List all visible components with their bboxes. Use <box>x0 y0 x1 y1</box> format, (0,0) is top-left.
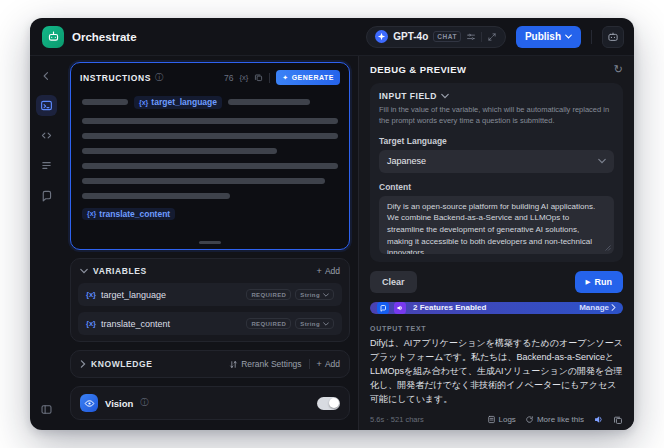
orchestrate-panel: INSTRUCTIONS ⓘ 76 {x} ✦ GENERATE <box>62 56 358 430</box>
content-label: Content <box>379 182 614 192</box>
model-params-icon[interactable] <box>466 32 476 42</box>
prompt-text-skeleton <box>82 118 338 124</box>
chevron-down-icon <box>598 158 606 164</box>
insert-variable-icon[interactable]: {x} <box>239 73 248 82</box>
plus-icon: + <box>317 360 322 369</box>
knowledge-section: KNOWLEDGE Rerank Settings + Add <box>70 350 350 378</box>
knowledge-collapse[interactable]: KNOWLEDGE <box>80 359 153 369</box>
copy-output-icon[interactable] <box>613 415 623 425</box>
variable-row-translate-content[interactable]: {x} translate_content REQUIRED String <box>78 312 342 335</box>
nav-annotations[interactable] <box>36 185 57 206</box>
rerank-settings-button[interactable]: Rerank Settings <box>229 359 301 369</box>
target-language-label: Target Language <box>379 136 614 146</box>
left-rail <box>30 56 62 430</box>
char-count: 76 <box>224 73 233 83</box>
manage-features-link[interactable]: Manage <box>579 303 616 312</box>
model-expand-icon[interactable] <box>487 32 497 42</box>
variable-name: translate_content <box>101 319 170 329</box>
type-badge[interactable]: String <box>295 318 334 329</box>
prompt-body[interactable]: {x} target_language {x} transla <box>71 90 349 241</box>
prompt-text-skeleton <box>228 99 310 105</box>
resize-handle-icon[interactable] <box>605 245 611 251</box>
nav-api-access[interactable] <box>36 125 57 146</box>
input-field-title: INPUT FIELD <box>379 91 437 101</box>
actions-divider <box>309 359 310 369</box>
tts-feature-icon <box>394 302 406 314</box>
more-like-this-icon <box>525 415 534 424</box>
variable-icon: {x} <box>86 319 96 328</box>
type-badge[interactable]: String <box>295 289 334 300</box>
knowledge-title: KNOWLEDGE <box>91 359 153 369</box>
instructions-title: INSTRUCTIONS <box>80 73 151 83</box>
header-divider <box>591 30 592 44</box>
speaker-icon[interactable] <box>593 414 604 425</box>
chevron-down-icon <box>80 268 88 274</box>
vision-icon <box>80 394 98 412</box>
run-button[interactable]: ▶ Run <box>575 271 624 293</box>
prompt-text-skeleton <box>82 133 338 139</box>
add-knowledge-button[interactable]: + Add <box>317 359 340 369</box>
app-window: Orchestrate GPT-4o CHAT <box>30 18 634 430</box>
instructions-editor[interactable]: INSTRUCTIONS ⓘ 76 {x} ✦ GENERATE <box>70 62 350 250</box>
variable-name: target_language <box>101 290 166 300</box>
variable-chip-translate-content[interactable]: {x} translate_content <box>82 208 175 221</box>
vision-toggle[interactable] <box>317 397 340 410</box>
variable-icon: {x} <box>87 210 96 217</box>
logs-icon <box>487 415 496 424</box>
info-icon: ⓘ <box>140 399 148 407</box>
copy-icon[interactable] <box>254 73 263 82</box>
add-variable-button[interactable]: + Add <box>317 266 340 276</box>
chevron-right-icon <box>611 304 616 311</box>
model-provider-icon <box>375 30 388 43</box>
sparkle-icon: ✦ <box>282 74 288 82</box>
more-like-this-button[interactable]: More like this <box>525 415 584 424</box>
prompt-text-skeleton <box>82 163 338 169</box>
variable-chip-target-language[interactable]: {x} target_language <box>134 96 222 109</box>
conversation-feature-icon <box>377 302 389 314</box>
tools-divider <box>269 73 270 83</box>
plus-icon: + <box>317 267 322 276</box>
variables-section: VARIABLES + Add {x} target_language REQU… <box>70 258 350 342</box>
top-bar: Orchestrate GPT-4o CHAT <box>30 18 634 56</box>
output-text: Difyは、AIアプリケーションを構築するためのオープンソースプラットフォームで… <box>370 337 623 407</box>
rerank-icon <box>229 360 238 369</box>
nav-logs[interactable] <box>36 155 57 176</box>
features-bar[interactable]: 2 Features Enabled Manage <box>370 302 623 314</box>
page-title: Orchestrate <box>72 31 137 43</box>
debug-preview-panel: DEBUG & PREVIEW ↻ INPUT FIELD Fill in th… <box>358 56 634 430</box>
variables-collapse[interactable]: VARIABLES <box>80 266 147 276</box>
info-icon: ⓘ <box>155 74 163 82</box>
vision-label: Vision <box>105 398 133 409</box>
assistant-preview-button[interactable] <box>602 26 624 48</box>
chevron-right-icon <box>80 360 86 368</box>
variables-title: VARIABLES <box>93 266 147 276</box>
variable-row-target-language[interactable]: {x} target_language REQUIRED String <box>78 283 342 306</box>
collapse-sidebar-button[interactable] <box>36 399 57 420</box>
publish-button[interactable]: Publish <box>516 26 581 48</box>
nav-orchestrate[interactable] <box>36 95 57 116</box>
logs-button[interactable]: Logs <box>487 415 516 424</box>
variable-icon: {x} <box>86 290 96 299</box>
back-button[interactable] <box>36 65 57 86</box>
toggle-knob <box>329 398 339 408</box>
input-field-card: INPUT FIELD Fill in the value of the var… <box>370 83 623 262</box>
prompt-text-skeleton <box>82 193 230 199</box>
app-logo-icon[interactable] <box>42 26 64 48</box>
clear-button[interactable]: Clear <box>370 271 417 293</box>
model-selector[interactable]: GPT-4o CHAT <box>366 26 506 48</box>
prompt-text-skeleton <box>82 178 325 184</box>
target-language-select[interactable]: Japanese <box>379 150 614 173</box>
prompt-text-skeleton <box>82 99 128 105</box>
features-enabled-text: 2 Features Enabled <box>413 303 486 312</box>
output-stats: 5.6s · 521 chars <box>370 415 424 424</box>
editor-resize-handle[interactable] <box>199 241 221 244</box>
required-badge: REQUIRED <box>246 318 291 329</box>
generate-button[interactable]: ✦ GENERATE <box>276 70 340 85</box>
input-field-collapse[interactable]: INPUT FIELD <box>379 91 614 101</box>
restart-icon[interactable]: ↻ <box>614 64 623 75</box>
content-textarea[interactable]: Dify is an open-source platform for buil… <box>379 196 614 254</box>
chevron-down-icon <box>441 93 449 99</box>
chevron-down-icon <box>323 293 329 297</box>
input-field-description: Fill in the value of the variable, which… <box>379 105 614 127</box>
required-badge: REQUIRED <box>246 289 291 300</box>
